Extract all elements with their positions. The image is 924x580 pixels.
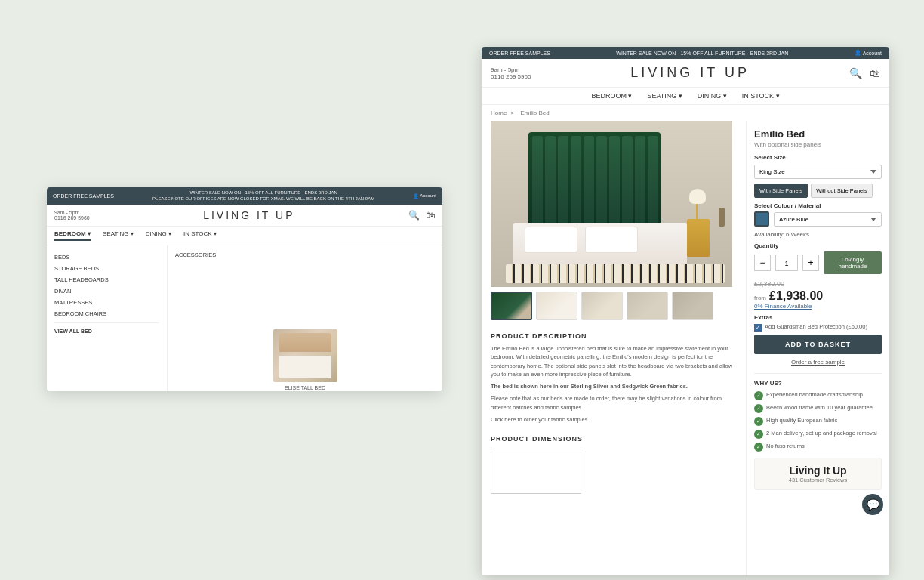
sw-order-samples[interactable]: ORDER FREE SAMPLES [53, 193, 114, 199]
mw-account-icon: 👤 [855, 50, 861, 56]
sw-header: 9am - 5pm 0116 269 5960 LIVING IT UP 🔍 🛍 [47, 205, 442, 227]
mw-thumb-3[interactable] [581, 292, 623, 320]
sw-nav-seating[interactable]: SEATING ▾ [103, 230, 134, 241]
sw-phone: 9am - 5pm 0116 269 5960 [54, 210, 90, 221]
mw-topbar: ORDER FREE SAMPLES WINTER SALE NOW ON - … [482, 47, 889, 59]
sw-sidebar-beds[interactable]: BEDS [54, 251, 159, 263]
mw-extra-checkbox[interactable] [754, 324, 762, 332]
mw-nav-seating[interactable]: SEATING ▾ [647, 92, 682, 100]
mw-chat-button[interactable]: 💬 [862, 494, 883, 515]
mw-main-product-image[interactable] [491, 121, 732, 287]
breadcrumb-current: Emilio Bed [520, 110, 549, 116]
mw-availability: Availability: 6 Weeks [754, 231, 882, 238]
mw-basket-icon[interactable]: 🛍 [870, 67, 880, 79]
sw-nav-bedroom[interactable]: BEDROOM ▾ [54, 230, 91, 241]
mw-reviews-box: Living It Up 431 Customer Reviews [754, 458, 882, 490]
mw-desc-text4: Click here to order your fabric samples. [491, 415, 734, 424]
mw-thumb-1[interactable] [491, 292, 532, 320]
mw-qty-plus[interactable]: + [802, 255, 819, 271]
mw-colour-swatch [754, 211, 769, 227]
mw-thumb-2[interactable] [536, 292, 578, 320]
mw-price-new: £1,938.00 [769, 289, 823, 303]
breadcrumb-home[interactable]: Home [491, 110, 507, 116]
mw-check-1 [754, 391, 763, 400]
mw-nav-dining[interactable]: DINING ▾ [698, 92, 727, 100]
mw-thumb-4[interactable] [627, 292, 668, 320]
mw-left-panel: PRODUCT DESCRIPTION The Emilio Bed is a … [482, 121, 746, 575]
mw-colour-label: Select Colour / Material [754, 202, 882, 209]
mw-without-side-panels-btn[interactable]: Without Side Panels [811, 184, 873, 198]
sw-sidebar-storage-beds[interactable]: STORAGE BEDS [54, 263, 159, 274]
mw-desc-title: PRODUCT DESCRIPTION [491, 332, 734, 340]
sw-sidebar-bedroom-chairs[interactable]: BEDROOM CHAIRS [54, 308, 159, 319]
mw-product-subtitle: With optional side panels [754, 141, 882, 148]
mw-lamp [685, 189, 711, 223]
mw-panel-1 [532, 136, 543, 234]
search-icon[interactable]: 🔍 [408, 210, 420, 221]
mw-dimensions: PRODUCT DIMENSIONS [482, 435, 743, 501]
sw-featured-image: ELISE TALL BED [267, 323, 343, 391]
mw-thumb-5[interactable] [672, 292, 713, 320]
sw-sidebar-tall-headboards[interactable]: TALL HEADBOARDS [54, 274, 159, 285]
sw-sidebar-divan[interactable]: DIVAN [54, 285, 159, 297]
mw-headboard [528, 132, 661, 238]
mw-qty-minus[interactable]: − [754, 255, 771, 271]
sw-nav-instock[interactable]: IN STOCK ▾ [183, 230, 217, 241]
account-icon: 👤 [413, 193, 418, 199]
mw-size-select[interactable]: King Size Double Super King [754, 165, 882, 179]
mw-why-text-3: High quality European fabric [766, 417, 837, 424]
mw-account[interactable]: 👤 Account [855, 50, 882, 56]
mw-panel-8 [622, 136, 633, 234]
mw-panel-5 [584, 136, 594, 234]
sw-sidebar: BEDS STORAGE BEDS TALL HEADBOARDS DIVAN … [47, 245, 168, 391]
sw-account[interactable]: 👤 Account [413, 193, 436, 199]
mw-dimension-diagram [491, 449, 581, 494]
mw-why-item-4: 2 Man delivery, set up and package remov… [754, 430, 882, 439]
mw-check-5 [754, 443, 763, 452]
mw-plant [713, 166, 728, 227]
mw-why-text-4: 2 Man delivery, set up and package remov… [766, 430, 877, 437]
mw-nav-instock[interactable]: IN STOCK ▾ [742, 92, 780, 100]
sw-topbar-center: WINTER SALE NOW ON - 15% OFF ALL FURNITU… [152, 190, 374, 202]
mw-sample-link[interactable]: Order a free sample [754, 359, 882, 366]
mw-check-4 [754, 430, 763, 439]
mw-check-2 [754, 404, 763, 413]
main-browser-window: ORDER FREE SAMPLES WINTER SALE NOW ON - … [482, 47, 889, 575]
mw-add-to-basket-btn[interactable]: ADD TO BASKET [754, 335, 882, 354]
mw-with-side-panels-btn[interactable]: With Side Panels [754, 184, 808, 198]
mw-pillow2 [585, 227, 638, 253]
mw-extra-item-row: Add Guardsman Bed Protection (£60.00) [754, 323, 882, 332]
sw-featured-label: ELISE TALL BED [285, 385, 325, 390]
mw-qty-value: 1 [775, 255, 798, 271]
sw-view-all[interactable]: VIEW ALL BED [54, 326, 159, 336]
mw-finance-link[interactable]: 0% Finance Available [754, 303, 882, 310]
sw-sidebar-mattresses[interactable]: MATTRESSES [54, 297, 159, 308]
mw-extras-title: Extras [754, 314, 882, 321]
breadcrumb: Home > Emilio Bed [482, 105, 889, 121]
mw-thumbnails [482, 287, 743, 325]
mw-why-text-5: No fuss returns [766, 443, 805, 450]
mw-dim-title: PRODUCT DIMENSIONS [491, 435, 734, 443]
mw-search-icon[interactable]: 🔍 [849, 67, 862, 79]
mw-why-text-1: Experienced handmade craftsmanship [766, 391, 863, 399]
mw-price-old: £2,380.00 [754, 280, 882, 288]
sw-topbar: ORDER FREE SAMPLES WINTER SALE NOW ON - … [47, 187, 442, 205]
mw-reviews-brand: Living It Up [761, 464, 875, 477]
mw-nav: BEDROOM ▾ SEATING ▾ DINING ▾ IN STOCK ▾ [482, 88, 889, 105]
mw-topbar-sale: WINTER SALE NOW ON - 15% OFF ALL FURNITU… [616, 51, 788, 56]
mw-order-samples[interactable]: ORDER FREE SAMPLES [489, 51, 550, 56]
mw-pillow1 [525, 227, 578, 253]
mw-price-from: from [754, 295, 766, 301]
mw-lovingly-btn[interactable]: Lovingly handmade [824, 251, 882, 274]
sw-nav-dining[interactable]: DINING ▾ [146, 230, 171, 241]
mw-colour-row: Azure Blue Sterling Silver Sedgwick Gree… [754, 211, 882, 227]
mw-header: 9am - 5pm 0116 269 5960 LIVING IT UP 🔍 🛍 [482, 59, 889, 88]
sw-bed-image [273, 329, 337, 382]
mw-why-us: WHY US? Experienced handmade craftsmansh… [754, 373, 882, 452]
mw-colour-select[interactable]: Azure Blue Sterling Silver Sedgwick Gree… [774, 212, 882, 227]
basket-icon[interactable]: 🛍 [426, 210, 435, 221]
mw-panel-2 [545, 136, 556, 234]
mw-product-description: PRODUCT DESCRIPTION The Emilio Bed is a … [482, 325, 743, 435]
mw-nav-bedroom[interactable]: BEDROOM ▾ [591, 92, 632, 100]
mw-desc-text1: The Emilio Bed is a large upholstered be… [491, 344, 734, 378]
